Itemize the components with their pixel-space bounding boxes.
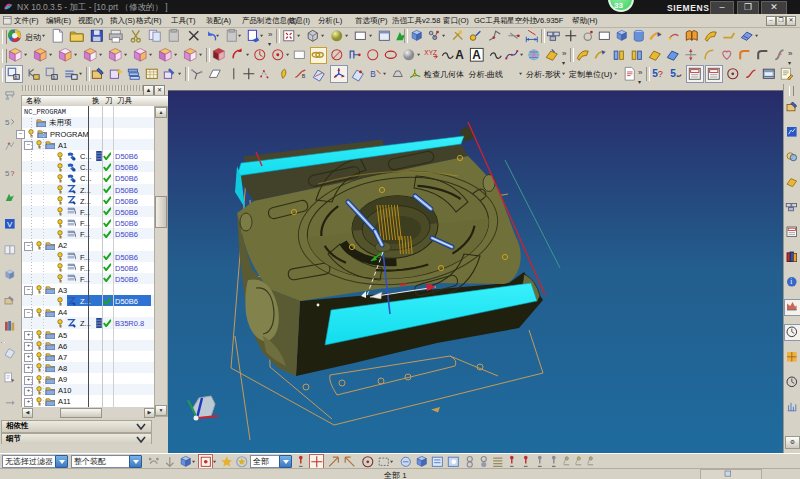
svg-text:5: 5 — [670, 68, 676, 79]
svg-text:5: 5 — [5, 169, 10, 178]
svg-text:i: i — [790, 278, 792, 286]
svg-text:b: b — [53, 75, 56, 80]
svg-text:B: B — [302, 73, 306, 79]
svg-text:A: A — [455, 48, 464, 62]
svg-text:?: ? — [11, 169, 15, 178]
svg-text:V: V — [7, 220, 13, 229]
svg-text:?: ? — [658, 69, 663, 79]
svg-text:5: 5 — [5, 118, 10, 127]
svg-text:XYZ: XYZ — [424, 49, 437, 56]
svg-text:b: b — [15, 75, 18, 80]
svg-text:A: A — [472, 48, 481, 62]
svg-text:B: B — [370, 70, 376, 79]
